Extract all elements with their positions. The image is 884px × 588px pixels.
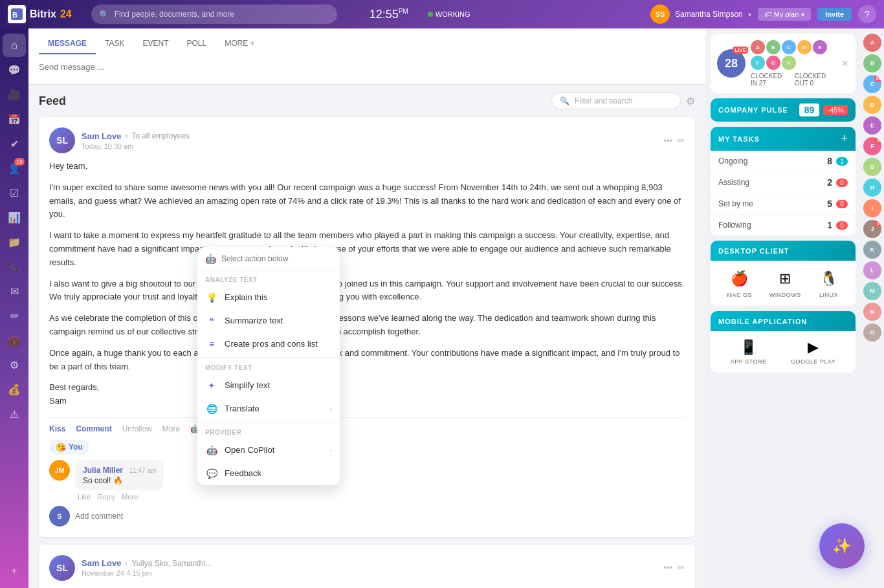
sidebar-item-crm[interactable]: 💼 <box>3 329 26 352</box>
online-user-8[interactable]: H <box>863 179 881 197</box>
task-row-ongoing[interactable]: Ongoing 8 1 <box>711 151 856 172</box>
desktop-mac[interactable]: 🍎 MAC OS <box>727 268 752 298</box>
post-edit-icon[interactable]: ✏ <box>678 136 685 146</box>
online-user-5[interactable]: E <box>863 116 881 135</box>
sidebar-item-analytics[interactable]: 📊 <box>3 206 26 229</box>
online-user-6[interactable]: F 3 <box>863 137 881 155</box>
live-badge: LIVE <box>733 47 748 54</box>
tab-event[interactable]: EVENT <box>133 34 177 54</box>
online-user-11[interactable]: K <box>863 241 881 259</box>
invite-button[interactable]: Invite <box>817 8 852 21</box>
online-user-7[interactable]: G <box>863 158 881 176</box>
online-user-13[interactable]: M <box>863 282 881 300</box>
sidebar-item-finance[interactable]: 💰 <box>3 378 26 401</box>
sidebar-item-alert[interactable]: ⚠ <box>3 402 26 426</box>
comment-reply[interactable]: Reply <box>97 493 115 501</box>
task-row-assisting[interactable]: Assisting 2 0 <box>711 172 856 193</box>
tab-more[interactable]: MORE + <box>215 34 263 54</box>
action-kiss[interactable]: Kiss <box>49 424 65 433</box>
sidebar-item-checklist[interactable]: ☑ <box>3 181 26 204</box>
mobile-appstore[interactable]: 📱 APP STORE <box>731 339 767 365</box>
copilot-search-bar: 🤖 <box>197 247 340 271</box>
online-user-4[interactable]: D <box>863 96 881 114</box>
post2-author-name[interactable]: Sam Love <box>82 558 121 568</box>
action-comment[interactable]: Comment <box>76 424 111 433</box>
online-user-10[interactable]: J 1 <box>863 220 881 238</box>
sidebar-item-phone[interactable]: 📞 <box>3 255 26 278</box>
message-input[interactable] <box>39 54 695 79</box>
action-unfollow[interactable]: Unfollow <box>122 424 152 433</box>
copilot-item-open-label: Open CoPilot <box>225 445 274 455</box>
online-user-15[interactable]: O <box>863 323 881 342</box>
sidebar-item-files[interactable]: 📁 <box>3 230 26 254</box>
copilot-item-explain[interactable]: 💡 Explain this <box>197 286 340 309</box>
task-following-badge: 0 <box>836 221 848 230</box>
copilot-item-translate[interactable]: 🌐 Translate › <box>197 397 340 420</box>
online-user-3[interactable]: C 29 <box>863 75 881 93</box>
comment-like[interactable]: Like <box>78 493 91 501</box>
sidebar-item-calendar[interactable]: 📅 <box>3 107 26 131</box>
copilot-item-open[interactable]: 🤖 Open CoPilot › <box>197 439 340 462</box>
tab-task[interactable]: TASK <box>96 34 133 54</box>
desktop-windows[interactable]: ⊞ WINDOWS <box>769 268 801 298</box>
svg-text:B: B <box>12 11 17 19</box>
action-more[interactable]: More <box>162 424 180 433</box>
help-button[interactable]: ? <box>858 5 876 23</box>
online-user-2[interactable]: B <box>863 54 881 72</box>
pulse-scores: 89 -45% <box>799 103 848 116</box>
explain-icon: 💡 <box>205 291 218 304</box>
sidebar-item-edit[interactable]: ✏ <box>3 304 26 327</box>
online-user-12[interactable]: L <box>863 261 881 279</box>
mobile-googleplay[interactable]: ▶ GOOGLE PLAY <box>791 339 835 365</box>
online-users-column: A B C 29 D E F 3 G H I J 1 K L M N O <box>861 28 884 588</box>
post-more-icon[interactable]: ••• <box>663 136 672 146</box>
task-row-following[interactable]: Following 1 0 <box>711 215 856 235</box>
comment-more[interactable]: More <box>122 493 138 501</box>
task-row-setbyme[interactable]: Set by me 5 0 <box>711 193 856 215</box>
live-avatar-4: D <box>797 40 812 54</box>
online-user-9[interactable]: I <box>863 199 881 217</box>
user-info[interactable]: SS Samantha Simpson ▾ <box>650 5 751 24</box>
app-logo[interactable]: B Bitrix 24 <box>8 5 72 23</box>
post-author-name[interactable]: Sam Love <box>82 131 121 141</box>
sidebar-item-add[interactable]: + <box>3 560 26 583</box>
tab-message[interactable]: MESSAGE <box>39 34 96 54</box>
sidebar-item-settings[interactable]: ⚙ <box>3 353 26 376</box>
desktop-linux[interactable]: 🐧 LINUX <box>819 268 839 298</box>
live-close-button[interactable]: ✕ <box>841 58 849 69</box>
copilot-item-pros-cons[interactable]: ≡ Create pros and cons list <box>197 332 340 356</box>
live-avatar-1: A <box>751 40 765 54</box>
avatar: SS <box>650 5 670 24</box>
copilot-search-input[interactable] <box>221 254 332 263</box>
online-user-14[interactable]: N <box>863 303 881 321</box>
sidebar-item-mail[interactable]: ✉ <box>3 279 26 303</box>
tab-poll[interactable]: POLL <box>177 34 215 54</box>
copilot-item-summarize[interactable]: ❝ Summarize text <box>197 309 340 332</box>
post2-edit-icon[interactable]: ✏ <box>678 563 685 572</box>
copilot-fab-button[interactable]: ✨ <box>819 523 865 569</box>
copilot-item-feedback[interactable]: 💬 Feedback <box>197 462 340 485</box>
search-input[interactable] <box>115 10 329 19</box>
copilot-analyze-label: ANALYZE TEXT <box>197 271 340 286</box>
feed-search[interactable]: 🔍 Filter and search <box>551 93 681 109</box>
comment-actions: Like Reply More <box>75 493 164 501</box>
online-user-1[interactable]: A <box>863 34 881 52</box>
add-comment-input[interactable] <box>75 512 685 521</box>
post2-more-icon[interactable]: ••• <box>663 563 672 572</box>
sidebar-item-home[interactable]: ⌂ <box>3 34 26 57</box>
post2-actions-top: ••• ✏ <box>663 563 685 572</box>
you-label: You <box>69 442 83 452</box>
sidebar-item-video[interactable]: 🎥 <box>3 83 26 106</box>
sidebar-item-contacts[interactable]: 👤 18 <box>3 157 26 180</box>
sidebar-item-chat[interactable]: 💬 <box>3 58 26 82</box>
global-search[interactable]: 🔍 <box>91 5 337 24</box>
feed-settings-icon[interactable]: ⚙ <box>686 95 695 107</box>
comment-author-avatar: JM <box>49 460 70 481</box>
linux-label: LINUX <box>819 292 838 298</box>
mac-icon: 🍎 <box>729 268 750 289</box>
copilot-item-simplify[interactable]: ✦ Simplify text <box>197 374 340 397</box>
working-status[interactable]: WORKING <box>428 10 470 18</box>
myplan-button[interactable]: 🏷 My plan ▾ <box>758 8 812 21</box>
tasks-add-button[interactable]: + <box>841 132 848 146</box>
sidebar-item-tasks[interactable]: ✔ <box>3 132 26 155</box>
